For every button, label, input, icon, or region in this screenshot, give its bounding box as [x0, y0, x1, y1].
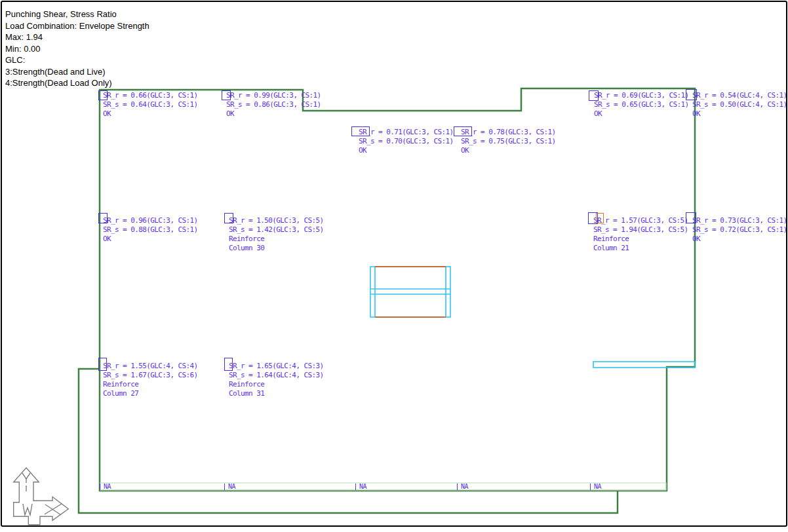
column-marker-blue [98, 358, 107, 371]
column-marker-blue [222, 90, 231, 100]
na-tick [457, 484, 458, 490]
annotation-line: OK [461, 146, 556, 155]
punching-check-annotation: SR_r = 1.65(GLC:4, CS:3)SR_s = 1.64(GLC:… [229, 362, 324, 398]
annotation-line: SR_s = 0.64(GLC:3, CS:1) [103, 100, 198, 109]
axis-y-glyph [22, 473, 30, 491]
column-marker-blue [686, 89, 697, 100]
annotation-line: OK [103, 235, 198, 244]
annotation-line: SR_s = 1.67(GLC:3, CS:6) [103, 371, 198, 380]
punching-check-annotation: SR_r = 0.69(GLC:3, CS:1)SR_s = 0.65(GLC:… [594, 91, 689, 119]
annotation-line: Reinforce [103, 380, 198, 389]
annotation-line: SR_s = 1.42(GLC:3, CS:5) [229, 225, 324, 235]
axis-icon [14, 468, 69, 525]
annotation-line: SR_s = 1.94(GLC:3, CS:5) [593, 225, 688, 235]
legend-line: Min: 0.00 [5, 43, 149, 55]
column-marker-blue [454, 126, 472, 136]
na-text: NA [461, 483, 468, 490]
annotation-line: OK [103, 109, 198, 119]
annotation-line: SR_s = 1.64(GLC:4, CS:3) [229, 371, 324, 380]
punching-check-annotation: SR_r = 1.57(GLC:3, CS:5)SR_s = 1.94(GLC:… [593, 216, 688, 253]
legend-line: 4:Strength(Dead Load Only) [5, 77, 149, 89]
column-marker-blue [351, 126, 370, 136]
legend-line: GLC: [5, 54, 149, 66]
annotation-line: OK [226, 109, 321, 119]
punching-check-annotation: SR_r = 0.78(GLC:3, CS:1)SR_s = 0.75(GLC:… [461, 128, 556, 155]
legend-line: Max: 1.94 [5, 31, 149, 43]
axis-w-glyph [23, 504, 32, 515]
column-marker-orange [596, 213, 604, 223]
column-marker-blue [589, 90, 599, 101]
annotation-line: SR_r = 0.78(GLC:3, CS:1) [461, 128, 556, 137]
na-label: NA [104, 484, 111, 490]
annotation-line: SR_r = 1.55(GLC:4, CS:4) [103, 362, 198, 371]
punching-check-annotation: SR_r = 0.73(GLC:3, CS:1)SR_s = 0.72(GLC:… [692, 216, 787, 244]
annotation-line: Column 31 [229, 389, 324, 398]
axis-x-glyph [45, 504, 62, 515]
column-marker-blue [224, 213, 233, 223]
annotation-line: SR_s = 0.75(GLC:3, CS:1) [461, 137, 556, 146]
annotation-line: SR_r = 0.66(GLC:3, CS:1) [103, 91, 198, 100]
na-text: NA [594, 483, 601, 490]
annotation-line: OK [692, 109, 787, 119]
cad-viewport[interactable]: Punching Shear, Stress RatioLoad Combina… [0, 0, 788, 532]
opening-detail [370, 267, 450, 317]
annotation-line: SR_s = 0.65(GLC:3, CS:1) [594, 100, 689, 109]
annotation-line: SR_s = 0.86(GLC:3, CS:1) [226, 100, 321, 109]
na-tick [590, 484, 591, 490]
na-tick [100, 484, 100, 490]
annotation-line: SR_r = 1.65(GLC:4, CS:3) [229, 362, 324, 371]
na-label: NA [594, 484, 601, 490]
na-label: NA [461, 484, 468, 490]
annotation-line: SR_s = 0.50(GLC:4, CS:1) [692, 100, 787, 109]
result-legend: Punching Shear, Stress RatioLoad Combina… [5, 9, 149, 89]
annotation-line: SR_s = 0.72(GLC:3, CS:1) [692, 225, 787, 235]
annotation-line: OK [692, 235, 787, 244]
annotation-line: Reinforce [593, 235, 688, 244]
annotation-line: OK [594, 109, 689, 119]
na-tick [224, 484, 225, 490]
annotation-line: SR_r = 0.71(GLC:3, CS:1) [359, 128, 454, 137]
annotation-line: SR_r = 0.96(GLC:3, CS:1) [103, 216, 198, 225]
na-text: NA [228, 483, 235, 490]
annotation-line: Column 27 [103, 389, 198, 398]
legend-line: 3:Strength(Dead and Live) [5, 66, 149, 78]
na-label: NA [359, 484, 366, 490]
column-marker-blue [224, 358, 233, 371]
punching-check-annotation: SR_r = 0.99(GLC:3, CS:1)SR_s = 0.86(GLC:… [226, 91, 321, 119]
annotation-line: SR_s = 0.70(GLC:3, CS:1) [359, 137, 454, 146]
annotation-line: SR_r = 0.73(GLC:3, CS:1) [692, 216, 787, 225]
annotation-line: SR_r = 0.54(GLC:4, CS:1) [692, 91, 787, 100]
na-text: NA [104, 483, 111, 490]
punching-check-annotation: SR_r = 0.96(GLC:3, CS:1)SR_s = 0.88(GLC:… [103, 216, 198, 244]
annotation-line: Column 30 [229, 244, 324, 253]
column-marker-blue [98, 90, 108, 100]
column-marker-blue [98, 213, 108, 223]
punching-check-annotation: SR_r = 0.54(GLC:4, CS:1)SR_s = 0.50(GLC:… [692, 91, 787, 119]
annotation-line: SR_r = 1.50(GLC:3, CS:5) [229, 216, 324, 225]
annotation-line: SR_r = 0.69(GLC:3, CS:1) [594, 91, 689, 100]
na-text: NA [359, 483, 366, 490]
na-tick [355, 484, 356, 490]
na-label: NA [228, 484, 235, 490]
legend-line: Load Combination: Envelope Strength [5, 20, 149, 32]
annotation-line: Reinforce [229, 380, 324, 389]
annotation-line: Reinforce [229, 235, 324, 244]
annotation-line: SR_s = 0.88(GLC:3, CS:1) [103, 225, 198, 235]
column-marker-blue [686, 212, 696, 223]
punching-check-annotation: SR_r = 0.71(GLC:3, CS:1)SR_s = 0.70(GLC:… [359, 128, 454, 155]
slab-edge-band [100, 483, 666, 490]
punching-check-annotation: SR_r = 0.66(GLC:3, CS:1)SR_s = 0.64(GLC:… [103, 91, 198, 119]
legend-line: Punching Shear, Stress Ratio [5, 9, 149, 20]
punching-check-annotation: SR_r = 1.50(GLC:3, CS:5)SR_s = 1.42(GLC:… [229, 216, 324, 253]
annotation-line: Column 21 [593, 244, 688, 253]
punching-check-annotation: SR_r = 1.55(GLC:4, CS:4)SR_s = 1.67(GLC:… [103, 362, 198, 398]
annotation-line: OK [359, 146, 454, 155]
annotation-line: SR_r = 1.57(GLC:3, CS:5) [593, 216, 688, 225]
annotation-line: SR_r = 0.99(GLC:3, CS:1) [226, 91, 321, 100]
